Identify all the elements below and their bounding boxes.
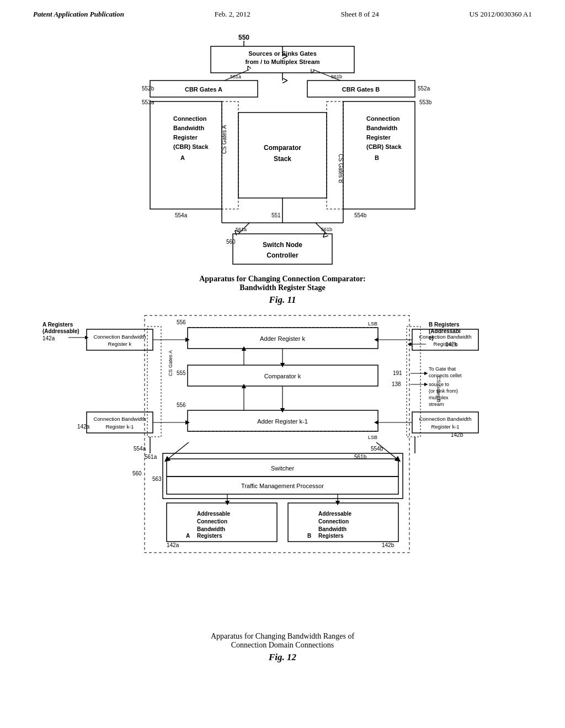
svg-text:142b: 142b [451,432,463,438]
svg-text:Register k-1: Register k-1 [431,424,459,430]
svg-text:Bandwidth: Bandwidth [366,125,397,131]
main-content: 550 Sources or Sinks Gates from / to Mul… [0,19,565,673]
svg-text:multiplex: multiplex [429,395,449,400]
svg-rect-33 [222,101,238,209]
svg-text:552b: 552b [142,85,154,92]
svg-text:Switcher: Switcher [271,465,295,472]
svg-text:Adder Register k: Adder Register k [260,335,305,342]
svg-text:551: 551 [271,212,281,218]
fig12-container: A Registers (Addressable) 142a B Registe… [33,310,532,630]
svg-text:Switch Node: Switch Node [263,241,302,249]
svg-text:LSB: LSB [368,435,377,440]
fig12-diagram: A Registers (Addressable) 142a B Registe… [34,310,531,630]
svg-text:142a: 142a [42,335,55,341]
svg-text:Connection Bandwidth: Connection Bandwidth [93,416,146,422]
svg-text:Comparator k: Comparator k [264,373,301,379]
svg-text:source to: source to [429,382,449,387]
svg-text:Register: Register [366,134,391,141]
svg-text:556: 556 [177,319,186,325]
svg-text:554b: 554b [354,212,367,218]
svg-line-120 [167,442,189,460]
patent-number: US 2012/0030360 A1 [470,10,532,19]
svg-text:560: 560 [132,470,142,477]
svg-text:561b: 561b [321,227,332,232]
svg-text:A: A [186,533,190,539]
page-header: Patent Application Publication Feb. 2, 2… [0,0,565,19]
svg-rect-97 [87,412,153,433]
svg-text:stream: stream [429,402,444,407]
sheet-label: Sheet 8 of 24 [341,10,379,19]
svg-rect-83 [147,326,161,437]
svg-text:553b: 553b [419,99,432,105]
svg-text:Sources or Sinks Gates: Sources or Sinks Gates [248,50,317,57]
publication-label: Patent Application Publication [33,10,124,19]
svg-text:560: 560 [226,239,236,245]
svg-text:Register: Register [173,134,198,141]
svg-text:Traffic Management Processor: Traffic Management Processor [241,483,324,489]
svg-text:(Addressable): (Addressable) [42,328,79,334]
svg-text:561b: 561b [331,74,342,79]
svg-text:Connection: Connection [366,115,400,122]
svg-text:142b: 142b [382,542,395,548]
svg-rect-49 [233,234,332,264]
svg-text:561a: 561a [230,74,241,79]
svg-text:Register k: Register k [434,341,457,347]
svg-text:556: 556 [177,402,186,408]
svg-text:Bandwidth: Bandwidth [197,526,225,532]
fig12-name: Fig. 12 [33,652,532,663]
svg-text:CBR Gates B: CBR Gates B [342,86,380,93]
svg-text:555: 555 [177,370,186,376]
svg-text:Bandwidth: Bandwidth [318,526,347,532]
svg-rect-100 [412,412,478,433]
svg-text:561a: 561a [145,454,157,460]
svg-text:Connection Bandwidth: Connection Bandwidth [93,334,146,340]
svg-text:CS Gates A: CS Gates A [221,125,227,154]
svg-text:Connection: Connection [318,518,349,524]
svg-text:Connection: Connection [197,518,227,524]
svg-text:Connection Bandwidth: Connection Bandwidth [419,416,471,422]
svg-text:563: 563 [152,476,162,482]
svg-text:Addressable: Addressable [318,511,351,517]
svg-text:142a: 142a [167,542,179,548]
svg-text:Addressable: Addressable [197,511,230,517]
svg-text:Register k-1: Register k-1 [105,424,134,430]
svg-text:(or sink from): (or sink from) [429,388,458,394]
svg-text:Connection: Connection [173,115,207,122]
fig12-caption: Apparatus for Changing Bandwidth Ranges … [33,632,532,650]
svg-text:To Gate that: To Gate that [429,366,456,372]
date-label: Feb. 2, 2012 [215,10,250,19]
svg-text:554a: 554a [134,446,146,452]
svg-text:CS Gates A: CS Gates A [168,350,173,376]
svg-text:191: 191 [393,370,402,376]
svg-text:B Registers: B Registers [429,322,460,328]
svg-text:561a: 561a [236,227,247,232]
fig11-name: Fig. 11 [33,295,532,306]
svg-text:138: 138 [392,381,401,387]
svg-text:(CBR) Stack: (CBR) Stack [366,143,402,150]
svg-text:B: B [375,154,379,161]
svg-text:553a: 553a [142,99,154,105]
svg-text:(CBR) Stack: (CBR) Stack [173,143,209,150]
svg-text:142a: 142a [77,424,90,430]
svg-text:Registers: Registers [318,533,344,539]
svg-text:550: 550 [238,34,249,41]
svg-text:LSB: LSB [368,321,377,326]
svg-text:Stack: Stack [274,155,291,163]
svg-rect-128 [163,453,403,499]
svg-text:B: B [307,533,311,539]
fig11-diagram: 550 Sources or Sinks Gates from / to Mul… [89,30,476,272]
svg-text:connects cellet: connects cellet [429,373,462,378]
svg-text:from / to Multiplex Stream: from / to Multiplex Stream [245,58,319,65]
fig11-caption: Apparatus for Changing Connection Compar… [33,275,532,292]
svg-rect-65 [87,329,153,350]
fig11-container: 550 Sources or Sinks Gates from / to Mul… [33,30,532,272]
svg-text:Connection Bandwidth: Connection Bandwidth [419,334,471,340]
svg-text:Comparator: Comparator [264,144,301,152]
svg-text:CBR Gates A: CBR Gates A [185,86,222,93]
svg-text:CS Gates B: CS Gates B [338,154,344,183]
svg-text:552a: 552a [418,85,430,92]
svg-text:Bandwidth: Bandwidth [173,125,204,131]
svg-text:554a: 554a [175,212,188,218]
svg-text:Adder Register k-1: Adder Register k-1 [257,418,308,425]
svg-text:Registers: Registers [197,533,222,539]
